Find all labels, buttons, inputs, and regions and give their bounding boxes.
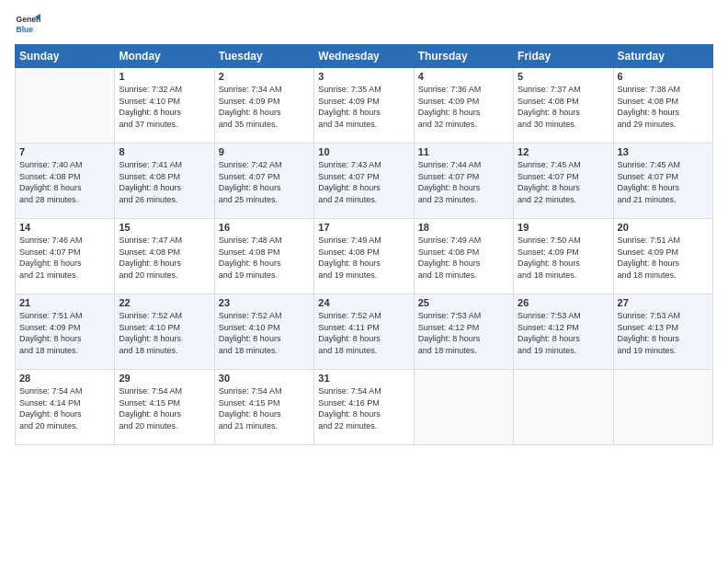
day-cell: 5Sunrise: 7:37 AM Sunset: 4:08 PM Daylig… [514,68,613,144]
day-cell: 23Sunrise: 7:52 AM Sunset: 4:10 PM Dayli… [214,294,313,370]
day-number: 17 [318,222,409,233]
day-number: 23 [219,297,310,308]
day-number: 19 [518,222,609,233]
day-cell [16,68,115,144]
day-number: 15 [119,222,210,233]
day-info: Sunrise: 7:42 AM Sunset: 4:07 PM Dayligh… [219,159,310,205]
day-cell: 20Sunrise: 7:51 AM Sunset: 4:09 PM Dayli… [613,219,712,294]
col-header-monday: Monday [115,45,214,68]
day-info: Sunrise: 7:52 AM Sunset: 4:11 PM Dayligh… [318,310,409,356]
svg-text:Blue: Blue [17,25,34,34]
day-info: Sunrise: 7:53 AM Sunset: 4:12 PM Dayligh… [518,310,609,356]
day-number: 25 [418,297,509,308]
day-info: Sunrise: 7:54 AM Sunset: 4:15 PM Dayligh… [119,385,210,431]
day-cell: 15Sunrise: 7:47 AM Sunset: 4:08 PM Dayli… [115,219,214,294]
day-number: 18 [418,222,509,233]
day-info: Sunrise: 7:40 AM Sunset: 4:08 PM Dayligh… [19,159,110,205]
day-info: Sunrise: 7:53 AM Sunset: 4:13 PM Dayligh… [618,310,709,356]
day-info: Sunrise: 7:45 AM Sunset: 4:07 PM Dayligh… [618,159,709,205]
day-number: 16 [219,222,310,233]
day-cell: 2Sunrise: 7:34 AM Sunset: 4:09 PM Daylig… [214,68,313,144]
day-number: 13 [618,146,709,157]
day-info: Sunrise: 7:47 AM Sunset: 4:08 PM Dayligh… [119,235,210,281]
day-info: Sunrise: 7:48 AM Sunset: 4:08 PM Dayligh… [219,235,310,281]
day-info: Sunrise: 7:49 AM Sunset: 4:08 PM Dayligh… [418,235,509,281]
day-info: Sunrise: 7:51 AM Sunset: 4:09 PM Dayligh… [618,235,709,281]
day-number: 27 [618,297,709,308]
day-number: 30 [219,373,310,384]
day-cell: 17Sunrise: 7:49 AM Sunset: 4:08 PM Dayli… [314,219,414,294]
day-cell: 4Sunrise: 7:36 AM Sunset: 4:09 PM Daylig… [414,68,513,144]
calendar-header-row: SundayMondayTuesdayWednesdayThursdayFrid… [16,45,713,68]
day-number: 22 [119,297,210,308]
day-number: 10 [318,146,409,157]
day-number: 31 [318,373,409,384]
col-header-tuesday: Tuesday [214,45,313,68]
day-info: Sunrise: 7:49 AM Sunset: 4:08 PM Dayligh… [318,235,409,281]
day-cell: 30Sunrise: 7:54 AM Sunset: 4:15 PM Dayli… [214,370,313,445]
col-header-sunday: Sunday [16,45,115,68]
day-cell: 16Sunrise: 7:48 AM Sunset: 4:08 PM Dayli… [214,219,313,294]
day-cell: 6Sunrise: 7:38 AM Sunset: 4:08 PM Daylig… [613,68,712,144]
day-number: 3 [318,71,409,82]
day-number: 5 [518,71,609,82]
day-cell: 8Sunrise: 7:41 AM Sunset: 4:08 PM Daylig… [115,144,214,219]
day-number: 8 [119,146,210,157]
week-row-1: 1Sunrise: 7:32 AM Sunset: 4:10 PM Daylig… [16,68,713,144]
day-info: Sunrise: 7:34 AM Sunset: 4:09 PM Dayligh… [219,84,310,130]
day-info: Sunrise: 7:37 AM Sunset: 4:08 PM Dayligh… [518,84,609,130]
day-info: Sunrise: 7:51 AM Sunset: 4:09 PM Dayligh… [19,310,110,356]
day-info: Sunrise: 7:52 AM Sunset: 4:10 PM Dayligh… [219,310,310,356]
day-info: Sunrise: 7:54 AM Sunset: 4:16 PM Dayligh… [318,385,409,431]
day-cell: 18Sunrise: 7:49 AM Sunset: 4:08 PM Dayli… [414,219,513,294]
day-cell [414,370,513,445]
day-number: 28 [19,373,110,384]
day-number: 2 [219,71,310,82]
day-cell: 21Sunrise: 7:51 AM Sunset: 4:09 PM Dayli… [16,294,115,370]
calendar-table: SundayMondayTuesdayWednesdayThursdayFrid… [15,44,713,445]
day-cell: 14Sunrise: 7:46 AM Sunset: 4:07 PM Dayli… [16,219,115,294]
day-cell: 25Sunrise: 7:53 AM Sunset: 4:12 PM Dayli… [414,294,513,370]
day-cell: 26Sunrise: 7:53 AM Sunset: 4:12 PM Dayli… [514,294,613,370]
day-info: Sunrise: 7:54 AM Sunset: 4:14 PM Dayligh… [19,385,110,431]
day-number: 29 [119,373,210,384]
col-header-friday: Friday [514,45,613,68]
day-cell: 7Sunrise: 7:40 AM Sunset: 4:08 PM Daylig… [16,144,115,219]
day-cell: 13Sunrise: 7:45 AM Sunset: 4:07 PM Dayli… [613,144,712,219]
day-cell [514,370,613,445]
day-number: 6 [618,71,709,82]
day-number: 14 [19,222,110,233]
day-cell: 1Sunrise: 7:32 AM Sunset: 4:10 PM Daylig… [115,68,214,144]
day-info: Sunrise: 7:36 AM Sunset: 4:09 PM Dayligh… [418,84,509,130]
week-row-2: 7Sunrise: 7:40 AM Sunset: 4:08 PM Daylig… [16,144,713,219]
col-header-wednesday: Wednesday [314,45,414,68]
day-cell: 31Sunrise: 7:54 AM Sunset: 4:16 PM Dayli… [314,370,414,445]
day-cell: 22Sunrise: 7:52 AM Sunset: 4:10 PM Dayli… [115,294,214,370]
day-number: 11 [418,146,509,157]
day-number: 1 [119,71,210,82]
day-info: Sunrise: 7:52 AM Sunset: 4:10 PM Dayligh… [119,310,210,356]
day-info: Sunrise: 7:45 AM Sunset: 4:07 PM Dayligh… [518,159,609,205]
day-cell: 29Sunrise: 7:54 AM Sunset: 4:15 PM Dayli… [115,370,214,445]
day-cell: 24Sunrise: 7:52 AM Sunset: 4:11 PM Dayli… [314,294,414,370]
day-cell [613,370,712,445]
week-row-4: 21Sunrise: 7:51 AM Sunset: 4:09 PM Dayli… [16,294,713,370]
day-number: 12 [518,146,609,157]
day-info: Sunrise: 7:46 AM Sunset: 4:07 PM Dayligh… [19,235,110,281]
main-container: General Blue SundayMondayTuesdayWednesda… [0,0,728,563]
header: General Blue [15,11,713,37]
day-info: Sunrise: 7:50 AM Sunset: 4:09 PM Dayligh… [518,235,609,281]
day-info: Sunrise: 7:35 AM Sunset: 4:09 PM Dayligh… [318,84,409,130]
day-number: 7 [19,146,110,157]
day-info: Sunrise: 7:44 AM Sunset: 4:07 PM Dayligh… [418,159,509,205]
day-cell: 11Sunrise: 7:44 AM Sunset: 4:07 PM Dayli… [414,144,513,219]
week-row-5: 28Sunrise: 7:54 AM Sunset: 4:14 PM Dayli… [16,370,713,445]
day-info: Sunrise: 7:41 AM Sunset: 4:08 PM Dayligh… [119,159,210,205]
day-cell: 9Sunrise: 7:42 AM Sunset: 4:07 PM Daylig… [214,144,313,219]
logo-icon: General Blue [15,11,40,37]
day-number: 4 [418,71,509,82]
day-number: 9 [219,146,310,157]
day-info: Sunrise: 7:54 AM Sunset: 4:15 PM Dayligh… [219,385,310,431]
day-cell: 19Sunrise: 7:50 AM Sunset: 4:09 PM Dayli… [514,219,613,294]
week-row-3: 14Sunrise: 7:46 AM Sunset: 4:07 PM Dayli… [16,219,713,294]
